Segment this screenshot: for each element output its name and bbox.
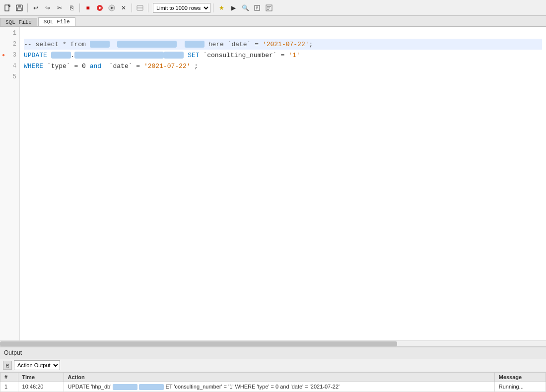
tab-sqlfile-1[interactable]: SQL File — [0, 18, 37, 26]
type-field: type — [51, 63, 67, 70]
where-keyword: WHERE — [24, 63, 47, 70]
action-suffix: ET 'consulting_number' = '1' WHERE 'type… — [165, 384, 340, 390]
cut-button[interactable]: ✂ — [54, 2, 65, 13]
separator-3 — [132, 3, 132, 12]
col-time: Time — [18, 372, 64, 382]
dot-separator: . — [71, 52, 75, 59]
col-message: Message — [494, 372, 546, 382]
toggle-breakpoint-button[interactable] — [135, 2, 145, 13]
svg-rect-4 — [17, 8, 21, 10]
set-keyword: SET — [184, 52, 203, 59]
blurred-db-name — [51, 52, 71, 59]
format-button[interactable] — [264, 2, 274, 13]
bookmark-button[interactable]: ★ — [216, 2, 227, 13]
tab-sqlfile-2[interactable]: SQL File — [38, 17, 75, 26]
row-message: Running... — [494, 382, 546, 392]
output-table: # Time Action Message 1 10:46:20 UPDATE … — [0, 372, 546, 392]
line-num-4: 4 — [0, 61, 19, 71]
date-value: '2021-07-22' — [144, 63, 191, 70]
tab-bar: SQL File SQL File — [0, 16, 546, 27]
type-backtick: ` — [47, 63, 51, 70]
undo-button[interactable]: ↩ — [30, 2, 41, 13]
line-num-3: 3 — [0, 50, 19, 61]
comment-space — [110, 41, 118, 48]
comment-keyword: -- select * — [24, 41, 70, 48]
cancel-button[interactable]: ✕ — [118, 2, 129, 13]
toolbar: ↩ ↪ ✂ ⎘ ■ ✕ Limit to 1000 rows ★ ▶ 🔍 — [0, 0, 546, 16]
action-blurred — [113, 384, 137, 390]
blurred-table-full — [74, 52, 164, 59]
space-before-date — [101, 63, 109, 70]
output-panel: Output ⎘ Action Output # Time Action Mes… — [0, 346, 546, 392]
svg-rect-0 — [5, 5, 9, 11]
comment-where-part: here `date` = — [205, 41, 263, 48]
stop-button[interactable]: ■ — [82, 2, 93, 13]
run-all-button[interactable]: ▶ — [228, 2, 239, 13]
line-numbers: 1 2 3 4 5 — [0, 27, 20, 340]
blurred-table-name — [117, 41, 177, 48]
copy-button[interactable]: ⎘ — [66, 2, 77, 13]
col-action: Action — [64, 372, 494, 382]
limit-rows-select[interactable]: Limit to 1000 rows — [153, 3, 210, 13]
table-row: 1 10:46:20 UPDATE 'hhp_db' ET 'consultin… — [0, 382, 546, 392]
code-area[interactable]: -- select * from here `date` = '2021-07-… — [20, 27, 546, 340]
output-header: Output — [0, 347, 546, 359]
table-header-row: # Time Action Message — [0, 372, 546, 382]
action-output-select[interactable]: Action Output — [14, 360, 60, 370]
date-backtick: `date` — [109, 63, 133, 70]
action-prefix: UPDATE 'hhp_db' — [68, 384, 112, 390]
save-button[interactable] — [14, 2, 25, 13]
horizontal-scrollbar[interactable] — [0, 340, 546, 346]
separator-2 — [79, 3, 80, 12]
blurred-alias — [185, 41, 205, 48]
date-equals: = — [133, 63, 144, 70]
where-semi: ; — [191, 63, 199, 70]
explain-button[interactable] — [252, 2, 263, 13]
run-selection-button[interactable] — [106, 2, 117, 13]
editor-body: 1 2 3 4 5 -- select * from here `date` =… — [0, 27, 546, 340]
line-num-2: 2 — [0, 39, 19, 50]
separator-1 — [27, 3, 28, 12]
type-equals: = 0 — [70, 63, 90, 70]
line-num-5: 5 — [0, 71, 19, 82]
redo-button[interactable]: ↪ — [42, 2, 53, 13]
comment-semi: ; — [309, 41, 313, 48]
row-time: 10:46:20 — [18, 382, 64, 392]
blurred-table-db — [90, 41, 110, 48]
new-file-button[interactable] — [2, 2, 13, 13]
col-num: # — [0, 372, 18, 382]
search-button[interactable]: 🔍 — [240, 2, 251, 13]
row-action: UPDATE 'hhp_db' ET 'consulting_number' =… — [64, 382, 494, 392]
action-blurred2 — [139, 384, 164, 390]
code-line-1 — [24, 28, 542, 39]
separator-4 — [148, 3, 148, 12]
svg-rect-3 — [18, 5, 21, 7]
update-keyword: UPDATE — [24, 52, 51, 59]
scrollbar-thumb[interactable] — [0, 341, 397, 346]
comment-date-val: '2021-07-22' — [263, 41, 309, 48]
comment-from: from — [70, 41, 90, 48]
limit-row-section: Limit to 1000 rows — [153, 3, 210, 13]
line-num-1: 1 — [0, 28, 19, 39]
comment-space2 — [177, 41, 185, 48]
code-line-5 — [24, 71, 542, 82]
row-num: 1 — [0, 382, 18, 392]
output-copy-icon[interactable]: ⎘ — [3, 361, 12, 370]
blurred-alias2 — [164, 52, 184, 59]
consulting-value: '1' — [288, 52, 300, 59]
type-backtick2: ` — [67, 63, 70, 70]
separator-5 — [213, 3, 213, 12]
consulting-field: `consulting_number` = — [203, 52, 288, 59]
code-line-3: UPDATE . SET `consulting_number` = '1' — [24, 50, 542, 61]
code-line-4: WHERE ` type ` = 0 and `date` = '2021-07… — [24, 61, 542, 71]
output-header-label: Output — [4, 349, 22, 356]
execute-button[interactable] — [94, 2, 105, 13]
editor-container: 1 2 3 4 5 -- select * from here `date` =… — [0, 27, 546, 346]
code-line-2: -- select * from here `date` = '2021-07-… — [24, 39, 542, 50]
and-keyword: and — [90, 63, 101, 70]
output-toolbar: ⎘ Action Output — [0, 359, 546, 372]
